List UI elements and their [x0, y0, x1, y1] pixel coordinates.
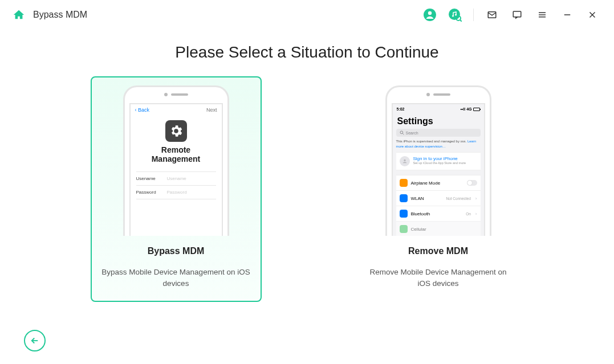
rm-body: Remote Management Usename Usename Passwo… — [131, 116, 222, 236]
settings-search: Search — [396, 129, 481, 137]
phone-screen-remove: 5:02 ••ll 4G Settings Search This iPhon … — [392, 103, 485, 236]
rm-navbar: ‹ Back Next — [131, 104, 222, 116]
status-bar: 5:02 ••ll 4G — [393, 104, 484, 114]
minimize-button[interactable] — [560, 8, 574, 22]
card-bypass-desc: Bypass Mobile Device Management on iOS d… — [97, 267, 255, 290]
svg-point-17 — [404, 159, 405, 161]
row-wlan: WLANNot Connected› — [396, 190, 481, 206]
sign-in-sub: Set up iCloud the App Store and more — [413, 161, 466, 165]
feedback-icon[interactable] — [510, 8, 524, 22]
svg-point-3 — [452, 15, 454, 17]
svg-point-15 — [400, 131, 403, 134]
cellular-icon — [400, 225, 408, 233]
row-cell-label: Cellular — [411, 227, 426, 232]
music-search-icon[interactable] — [448, 8, 462, 22]
arrow-left-icon — [30, 336, 40, 346]
airplane-icon — [400, 179, 408, 187]
account-icon[interactable] — [423, 8, 437, 22]
rm-next-label: Next — [206, 107, 217, 113]
card-remove-mdm[interactable]: 5:02 ••ll 4G Settings Search This iPhon … — [353, 76, 524, 302]
sign-in-title: Sign in to your iPhone — [413, 156, 466, 161]
rm-title-line1: Remote — [161, 145, 190, 154]
chevron-right-icon: › — [475, 211, 477, 216]
card-remove-desc: Remove Mobile Device Management on iOS d… — [360, 267, 517, 290]
row-airplane: Airplane Mode — [396, 175, 481, 190]
phone-speaker — [164, 93, 188, 96]
search-icon — [400, 130, 404, 135]
supervised-text: This iPhon is supervised and managed by … — [396, 140, 467, 143]
title-bar-right — [423, 8, 599, 22]
separator — [473, 9, 474, 21]
field-username-placeholder: Usename — [167, 176, 186, 181]
svg-point-4 — [455, 14, 457, 16]
phone-mock-remove: 5:02 ••ll 4G Settings Search This iPhon … — [385, 85, 491, 236]
supervised-notice: This iPhon is supervised and managed by … — [396, 139, 481, 149]
avatar-icon — [400, 156, 410, 166]
field-username-label: Usename — [136, 176, 161, 181]
rm-back-label: ‹ Back — [135, 107, 150, 113]
phone-mock-bypass: ‹ Back Next Remote Management Usename — [123, 85, 229, 236]
svg-point-2 — [449, 9, 460, 20]
svg-line-6 — [460, 20, 462, 22]
situation-cards: ‹ Back Next Remote Management Usename — [23, 76, 591, 302]
settings-body: Settings Search This iPhon is supervised… — [393, 114, 484, 236]
battery-icon — [473, 108, 480, 111]
app-title: Bypass MDM — [33, 10, 87, 20]
bluetooth-icon — [400, 210, 408, 218]
status-signal: ••ll 4G — [460, 107, 471, 111]
phone-screen-bypass: ‹ Back Next Remote Management Usename — [129, 103, 223, 236]
field-username: Usename Usename — [136, 171, 216, 185]
airplane-toggle — [467, 180, 477, 186]
field-password: Password Password — [136, 185, 216, 199]
card-bypass-mdm[interactable]: ‹ Back Next Remote Management Usename — [91, 76, 262, 302]
home-button[interactable] — [11, 8, 26, 22]
page-heading: Please Select a Situation to Continue — [23, 43, 591, 62]
row-wlan-label: WLAN — [411, 196, 424, 201]
svg-point-1 — [428, 11, 432, 15]
phone-speaker — [426, 93, 450, 96]
rm-title-line2: Management — [152, 154, 201, 163]
apple-id-row: Sign in to your iPhone Set up iCloud the… — [396, 152, 481, 170]
card-remove-title: Remove MDM — [408, 246, 468, 256]
settings-heading: Settings — [396, 114, 481, 129]
field-password-label: Password — [136, 190, 161, 195]
status-right: ••ll 4G — [460, 107, 479, 111]
svg-rect-8 — [513, 11, 521, 17]
close-button[interactable] — [585, 8, 599, 22]
mail-icon[interactable] — [485, 8, 499, 22]
title-bar: Bypass MDM — [0, 0, 614, 30]
row-cellular: Cellular — [396, 221, 481, 236]
menu-icon[interactable] — [535, 8, 549, 22]
wlan-icon — [400, 194, 408, 202]
back-button[interactable] — [24, 330, 46, 351]
row-bt-label: Bluetooth — [411, 211, 430, 216]
chevron-right-icon: › — [475, 196, 477, 201]
row-wlan-value: Not Connected — [446, 197, 470, 201]
search-placeholder: Search — [406, 131, 418, 135]
main-content: Please Select a Situation to Continue ‹ … — [0, 30, 614, 302]
status-time: 5:02 — [397, 107, 405, 111]
row-bt-value: On — [466, 212, 471, 216]
rm-title: Remote Management — [152, 145, 201, 163]
title-bar-left: Bypass MDM — [11, 8, 87, 22]
row-airplane-label: Airplane Mode — [411, 181, 441, 186]
rm-back-text: Back — [138, 107, 149, 113]
field-password-placeholder: Password — [167, 190, 187, 195]
svg-line-16 — [402, 133, 404, 134]
gear-icon — [165, 120, 187, 142]
row-bluetooth: BluetoothOn› — [396, 206, 481, 221]
card-bypass-title: Bypass MDM — [148, 246, 205, 256]
